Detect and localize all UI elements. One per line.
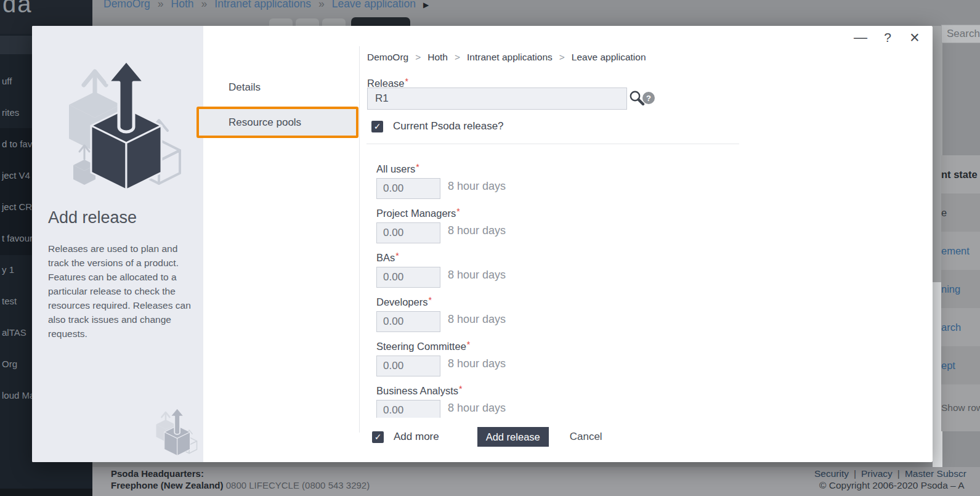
dialog-description: Releases are used to plan and track the …: [48, 242, 196, 341]
dialog-breadcrumb-link-demoorg[interactable]: DemoOrg: [367, 52, 408, 63]
table-header-cell: nt state: [941, 155, 980, 193]
cancel-button[interactable]: Cancel: [570, 431, 602, 443]
breadcrumb-separator: >: [559, 52, 565, 63]
breadcrumb-link-demoorg[interactable]: DemoOrg: [103, 0, 150, 10]
footer-separator: |: [849, 468, 861, 479]
release-watermark-icon: [151, 405, 199, 460]
required-marker: *: [405, 76, 408, 86]
breadcrumb-expand-arrow-icon[interactable]: ▶: [423, 1, 429, 9]
project-managers-input[interactable]: [376, 222, 440, 243]
check-icon: ✓: [375, 432, 382, 442]
release-illustration-icon: [55, 53, 185, 201]
sidebar-bottom-strip: [0, 489, 92, 496]
dialog-intro-panel: Add release Releases are used to plan an…: [32, 26, 203, 462]
required-marker: *: [428, 295, 431, 305]
resource-fields: All users* 8 hour days Project Managers*…: [376, 157, 746, 418]
table-link[interactable]: ement: [941, 232, 980, 270]
dialog-breadcrumb-link-leave[interactable]: Leave application: [572, 52, 646, 63]
breadcrumb-link-hoth[interactable]: Hoth: [171, 0, 194, 10]
required-marker: *: [456, 206, 460, 216]
help-bubble-icon[interactable]: ?: [642, 92, 655, 104]
table-link[interactable]: ept: [941, 346, 980, 384]
breadcrumb-separator: »: [201, 0, 208, 10]
all-users-input[interactable]: [376, 178, 440, 199]
dialog-breadcrumb-link-hoth[interactable]: Hoth: [427, 52, 448, 63]
unit-label: 8 hour days: [448, 180, 506, 193]
breadcrumb: DemoOrg » Hoth » Intranet applications »…: [103, 0, 429, 10]
table-link[interactable]: arch: [941, 308, 980, 346]
background-table: nt state e ement ning arch ept Show row: [941, 155, 980, 431]
sidebar-item[interactable]: y 1: [2, 264, 14, 275]
sidebar-item[interactable]: uff: [2, 76, 12, 86]
footer-link-master-subscription[interactable]: Master Subscr: [905, 468, 966, 479]
developers-input[interactable]: [376, 311, 440, 332]
tab-resource-pools[interactable]: Resource pools: [196, 107, 358, 138]
required-marker: *: [416, 162, 419, 172]
unit-label: 8 hour days: [448, 313, 506, 326]
divider: [366, 144, 739, 144]
search-input[interactable]: Search: [941, 25, 980, 43]
footer-freephone-number: 0800 LIFECYCLE (0800 543 3292): [226, 480, 370, 490]
unit-label: 8 hour days: [448, 269, 506, 282]
sidebar-item[interactable]: rites: [2, 107, 19, 118]
help-icon[interactable]: ?: [878, 28, 897, 47]
resource-field-all-users: All users* 8 hour days: [376, 162, 746, 199]
add-release-dialog: — ? ×: [32, 26, 933, 462]
table-link[interactable]: ning: [941, 270, 980, 308]
footer-link-security[interactable]: Security: [814, 468, 849, 479]
resource-field-steering-committee: Steering Committee* 8 hour days: [376, 339, 746, 376]
bas-input[interactable]: [376, 267, 440, 288]
check-icon: ✓: [374, 121, 381, 131]
resource-field-bas: BAs* 8 hour days: [376, 251, 746, 288]
current-release-row: ✓ Current Psoda release?: [371, 120, 504, 132]
required-marker: *: [467, 339, 470, 349]
breadcrumb-separator: >: [455, 52, 460, 63]
table-cell: e: [941, 193, 980, 232]
footer-freephone-label: Freephone (New Zealand): [111, 480, 224, 490]
window-controls: — ? ×: [851, 28, 924, 47]
footer-contact: Psoda Headquarters: Freephone (New Zeala…: [111, 468, 370, 491]
unit-label: 8 hour days: [448, 224, 506, 237]
footer-separator: |: [893, 468, 905, 479]
divider: [359, 46, 360, 433]
current-release-label: Current Psoda release?: [393, 120, 504, 132]
unit-label: 8 hour days: [448, 357, 506, 370]
breadcrumb-link-intranet[interactable]: Intranet applications: [214, 0, 311, 10]
dialog-actions: ✓ Add more Add release Cancel: [372, 427, 602, 447]
screen: da DemoOrg » Hoth » Intranet application…: [0, 0, 980, 496]
close-icon[interactable]: ×: [905, 28, 924, 47]
required-marker: *: [395, 251, 399, 261]
sidebar-item[interactable]: alTAS: [2, 327, 26, 338]
footer-legal: Security|Privacy|Master Subscr © Copyrig…: [814, 468, 966, 491]
breadcrumb-separator: »: [318, 0, 325, 10]
tab-details[interactable]: Details: [229, 81, 339, 94]
page-footer: Psoda Headquarters: Freephone (New Zeala…: [92, 467, 980, 496]
breadcrumb-separator: »: [158, 0, 164, 10]
required-marker: *: [459, 384, 462, 394]
release-input[interactable]: [367, 87, 627, 110]
resource-field-business-analysts: Business Analysts* 8 hour days: [376, 384, 746, 418]
sidebar-item[interactable]: ject V4: [2, 170, 30, 181]
footer-link-privacy[interactable]: Privacy: [861, 468, 893, 479]
minimize-icon[interactable]: —: [851, 28, 870, 47]
sidebar-item[interactable]: test: [2, 296, 17, 306]
add-more-checkbox[interactable]: ✓: [372, 431, 384, 443]
breadcrumb-separator: >: [415, 52, 421, 63]
footer-copyright: © Copyright 2006-2020 Psoda – A: [814, 479, 966, 491]
add-more-label: Add more: [394, 431, 439, 443]
footer-hq-label: Psoda Headquarters:: [111, 468, 370, 479]
unit-label: 8 hour days: [448, 402, 506, 415]
dialog-content: DemoOrg > Hoth > Intranet applications >…: [366, 26, 933, 462]
business-analysts-input[interactable]: [376, 400, 440, 418]
breadcrumb-link-leave[interactable]: Leave application: [332, 0, 416, 10]
resource-field-developers: Developers* 8 hour days: [376, 295, 746, 332]
dialog-breadcrumb-link-intranet[interactable]: Intranet applications: [467, 52, 553, 63]
add-release-button[interactable]: Add release: [477, 427, 549, 447]
dialog-title: Add release: [48, 208, 137, 227]
steering-committee-input[interactable]: [376, 356, 440, 376]
dialog-breadcrumb: DemoOrg > Hoth > Intranet applications >…: [367, 52, 646, 63]
show-rows-control[interactable]: Show row: [941, 384, 980, 431]
resource-field-project-managers: Project Managers* 8 hour days: [376, 206, 746, 243]
sidebar-item[interactable]: Org: [2, 359, 17, 369]
current-release-checkbox[interactable]: ✓: [371, 121, 383, 132]
